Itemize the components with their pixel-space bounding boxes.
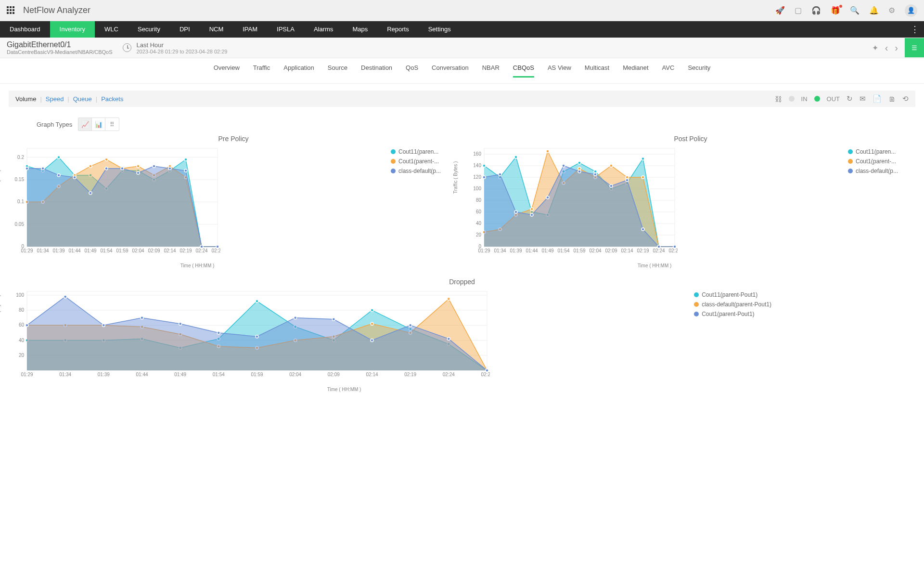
nav-wlc[interactable]: WLC <box>95 21 128 38</box>
nav-security[interactable]: Security <box>128 21 170 38</box>
subnav-multicast[interactable]: Multicast <box>585 64 609 78</box>
out-toggle-dot[interactable] <box>814 96 820 102</box>
svg-text:02:14: 02:14 <box>164 248 176 253</box>
nav-alarms[interactable]: Alarms <box>304 21 343 38</box>
legend-item[interactable]: class-default(p... <box>391 168 458 174</box>
chart-pre-policy: Pre Policy Traffic ( KB )00.050.10.150.2… <box>9 135 458 268</box>
nav-dpi[interactable]: DPI <box>170 21 200 38</box>
chart-svg: 02040608010012014016001:2901:3401:3901:4… <box>466 145 678 261</box>
legend-item[interactable]: Cout11(parent-Pout1) <box>694 291 771 298</box>
refresh-icon[interactable]: ⟲ <box>902 94 909 103</box>
svg-point-97 <box>514 156 517 158</box>
svg-text:01:39: 01:39 <box>52 248 64 253</box>
email-icon[interactable]: ✉ <box>860 94 866 103</box>
svg-text:02:09: 02:09 <box>605 248 617 253</box>
graph-type-area-button[interactable]: 📈 <box>78 118 92 131</box>
hierarchy-icon[interactable]: ⛓ <box>775 95 782 103</box>
prev-icon[interactable]: ‹ <box>885 42 888 53</box>
avatar[interactable]: 👤 <box>905 4 917 17</box>
subnav-cbqos[interactable]: CBQoS <box>513 64 534 78</box>
interface-title: GigabitEthernet0/1 <box>7 40 112 49</box>
gift-icon[interactable]: 🎁 <box>831 6 840 15</box>
svg-point-124 <box>530 213 533 216</box>
schedule-icon[interactable]: ↻ <box>847 94 853 103</box>
subnav-security[interactable]: Security <box>688 64 710 78</box>
nav-settings[interactable]: Settings <box>419 21 461 38</box>
time-range[interactable]: Last Hour 2023-04-28 01:29 to 2023-04-28… <box>123 41 227 54</box>
svg-text:0.15: 0.15 <box>15 177 25 182</box>
content-scroll[interactable]: Graph Types 📈 📊 ⠿ Pre Policy Traffic ( K… <box>0 111 924 402</box>
subnav-conversation[interactable]: Conversation <box>432 64 469 78</box>
nav-ipam[interactable]: IPAM <box>233 21 267 38</box>
svg-point-180 <box>371 322 373 325</box>
nav-inventory[interactable]: Inventory <box>50 21 95 38</box>
nav-reports[interactable]: Reports <box>377 21 419 38</box>
subnav-medianet[interactable]: Medianet <box>623 64 648 78</box>
next-icon[interactable]: › <box>895 42 898 53</box>
kebab-icon[interactable]: ⋮ <box>911 24 918 35</box>
vtab-volume[interactable]: Volume <box>15 95 36 103</box>
svg-point-193 <box>371 339 373 342</box>
subnav-avc[interactable]: AVC <box>662 64 675 78</box>
nav-dashboard[interactable]: Dashboard <box>0 21 50 38</box>
svg-point-41 <box>89 165 92 168</box>
anomaly-alert-icon[interactable]: ✦ <box>872 43 878 53</box>
in-toggle-dot[interactable] <box>789 96 795 102</box>
svg-point-123 <box>514 210 517 213</box>
subnav-traffic[interactable]: Traffic <box>253 64 270 78</box>
svg-point-62 <box>216 245 219 248</box>
legend-item[interactable]: Cout1(parent-Pout1) <box>694 311 771 317</box>
svg-point-130 <box>626 179 629 182</box>
clock-icon <box>123 43 131 52</box>
graph-type-bar-button[interactable]: 📊 <box>92 118 105 131</box>
svg-text:01:29: 01:29 <box>21 248 33 253</box>
chart-svg: 2040608010001:2901:3401:3901:4401:4901:5… <box>9 289 490 385</box>
subnav-destination[interactable]: Destination <box>361 64 392 78</box>
present-screen-icon[interactable]: ▢ <box>795 6 802 15</box>
svg-text:02:19: 02:19 <box>637 248 649 253</box>
svg-text:40: 40 <box>19 338 25 343</box>
vtab-packets[interactable]: Packets <box>101 95 123 103</box>
headset-icon[interactable]: 🎧 <box>811 6 821 15</box>
svg-text:100: 100 <box>473 186 481 191</box>
subnav-qos[interactable]: QoS <box>406 64 418 78</box>
svg-text:20: 20 <box>476 232 482 237</box>
subnav-application[interactable]: Application <box>283 64 314 78</box>
svg-text:02:29: 02:29 <box>668 248 678 253</box>
search-icon[interactable]: 🔍 <box>850 6 860 15</box>
csv-icon[interactable]: 🗎 <box>888 95 896 103</box>
subnav-overview[interactable]: Overview <box>214 64 240 78</box>
subnav-nbar[interactable]: NBAR <box>482 64 500 78</box>
subnav-asview[interactable]: AS View <box>548 64 571 78</box>
svg-point-186 <box>102 324 105 327</box>
svg-point-128 <box>594 173 597 176</box>
svg-text:01:49: 01:49 <box>541 248 553 253</box>
svg-text:60: 60 <box>476 209 482 214</box>
pdf-icon[interactable]: 📄 <box>873 94 882 103</box>
legend-item[interactable]: class-default(p... <box>848 168 915 174</box>
legend-item[interactable]: Cout11(paren... <box>391 148 458 155</box>
graph-type-scatter-button[interactable]: ⠿ <box>105 118 119 131</box>
legend-item[interactable]: Cout11(paren... <box>848 148 915 155</box>
subnav-source[interactable]: Source <box>328 64 347 78</box>
svg-text:01:59: 01:59 <box>251 372 263 377</box>
legend-item[interactable]: Cout1(parent-... <box>391 158 458 165</box>
legend-item[interactable]: Cout1(parent-... <box>848 158 915 165</box>
svg-point-118 <box>642 176 644 179</box>
hamburger-menu-button[interactable]: ☰ <box>905 38 924 57</box>
svg-point-34 <box>184 158 187 161</box>
rocket-icon[interactable]: 🚀 <box>775 6 785 15</box>
nav-maps[interactable]: Maps <box>343 21 377 38</box>
apps-grid-icon[interactable] <box>7 6 15 15</box>
nav-ncm[interactable]: NCM <box>200 21 233 38</box>
svg-point-61 <box>200 245 203 248</box>
svg-point-122 <box>499 173 501 176</box>
vtab-queue[interactable]: Queue <box>73 95 92 103</box>
svg-point-26 <box>57 156 60 159</box>
gear-icon[interactable]: ⚙ <box>888 6 895 15</box>
svg-text:140: 140 <box>473 163 481 168</box>
legend-item[interactable]: class-default(parent-Pout1) <box>694 301 771 308</box>
vtab-speed[interactable]: Speed <box>46 95 64 103</box>
bell-icon[interactable]: 🔔 <box>869 6 879 15</box>
nav-ipsla[interactable]: IPSLA <box>267 21 304 38</box>
